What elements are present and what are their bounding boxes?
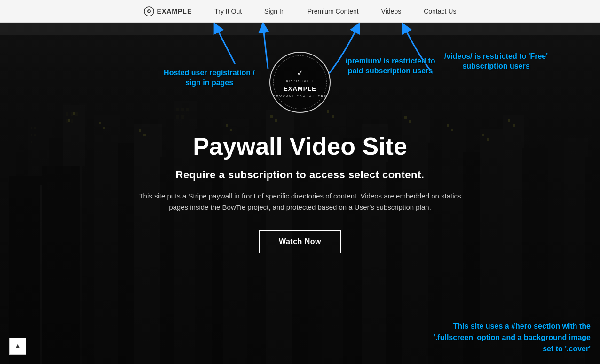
nav-link-sign-in[interactable]: Sign In [264,8,285,15]
navbar: EXAMPLE Try It Out Sign In Premium Conte… [0,0,600,23]
hero-subtitle: Require a subscription to access select … [176,169,425,181]
nav-link-try-it-out[interactable]: Try It Out [214,8,242,15]
watch-now-button[interactable]: Watch Now [259,230,341,253]
nav-logo[interactable]: EXAMPLE [144,6,192,16]
hero-title: Paywall Video Site [193,133,407,160]
logo-text: EXAMPLE [157,8,192,15]
hero-description: This site puts a Stripe paywall in front… [135,190,465,213]
nav-link-premium-content[interactable]: Premium Content [308,8,359,15]
arrow-sign-in [240,23,287,70]
annotation-bottom-right: This site uses a #hero section with the … [431,321,591,355]
annotation-hosted: Hosted user registration / sign in pages [160,68,259,88]
svg-point-73 [148,10,150,12]
scroll-to-top-button[interactable]: ▲ [9,338,26,355]
annotation-videos-restricted: /videos/ is restricted to 'Free' subscri… [442,52,550,71]
annotation-premium: /premium/ is restricted to paid subscrip… [339,56,442,76]
nav-link-contact-us[interactable]: Contact Us [424,8,456,15]
nav-link-videos[interactable]: Videos [381,8,402,15]
scroll-up-icon: ▲ [14,342,22,350]
logo-icon [144,6,154,16]
